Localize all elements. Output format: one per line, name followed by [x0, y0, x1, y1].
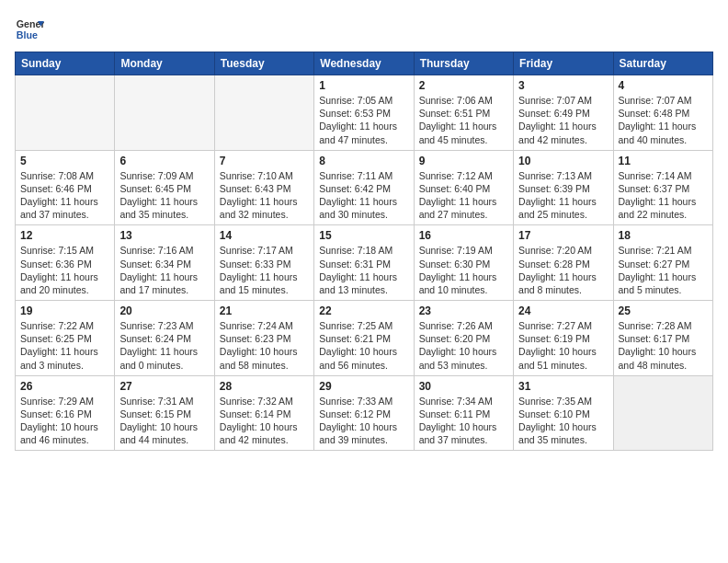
- day-number: 23: [419, 304, 508, 317]
- day-cell-28: 28Sunrise: 7:32 AM Sunset: 6:14 PM Dayli…: [214, 375, 313, 451]
- week-row-4: 19Sunrise: 7:22 AM Sunset: 6:25 PM Dayli…: [16, 301, 713, 376]
- day-info: Sunrise: 7:09 AM Sunset: 6:45 PM Dayligh…: [119, 169, 209, 222]
- day-cell-13: 13Sunrise: 7:16 AM Sunset: 6:34 PM Dayli…: [115, 225, 214, 301]
- day-number: 31: [518, 380, 608, 393]
- day-number: 24: [518, 304, 608, 317]
- day-info: Sunrise: 7:15 AM Sunset: 6:36 PM Dayligh…: [20, 244, 109, 296]
- day-number: 16: [419, 229, 508, 242]
- day-info: Sunrise: 7:18 AM Sunset: 6:31 PM Dayligh…: [319, 244, 408, 296]
- day-info: Sunrise: 7:25 AM Sunset: 6:21 PM Dayligh…: [319, 319, 408, 372]
- day-cell-2: 2Sunrise: 7:06 AM Sunset: 6:51 PM Daylig…: [414, 75, 513, 151]
- day-cell-21: 21Sunrise: 7:24 AM Sunset: 6:23 PM Dayli…: [214, 301, 313, 376]
- day-cell-8: 8Sunrise: 7:11 AM Sunset: 6:42 PM Daylig…: [314, 150, 414, 225]
- day-info: Sunrise: 7:13 AM Sunset: 6:39 PM Dayligh…: [518, 169, 608, 222]
- day-info: Sunrise: 7:17 AM Sunset: 6:33 PM Dayligh…: [220, 244, 309, 296]
- day-number: 26: [20, 380, 109, 393]
- day-info: Sunrise: 7:34 AM Sunset: 6:11 PM Dayligh…: [419, 395, 508, 447]
- day-number: 2: [419, 79, 508, 92]
- day-cell-6: 6Sunrise: 7:09 AM Sunset: 6:45 PM Daylig…: [115, 150, 214, 225]
- day-cell-26: 26Sunrise: 7:29 AM Sunset: 6:16 PM Dayli…: [16, 375, 115, 451]
- day-number: 21: [220, 304, 309, 317]
- day-cell-25: 25Sunrise: 7:28 AM Sunset: 6:17 PM Dayli…: [613, 301, 712, 376]
- day-info: Sunrise: 7:12 AM Sunset: 6:40 PM Dayligh…: [419, 169, 508, 222]
- day-number: 20: [119, 304, 209, 317]
- day-number: 18: [619, 229, 708, 242]
- day-info: Sunrise: 7:05 AM Sunset: 6:53 PM Dayligh…: [319, 94, 408, 146]
- day-cell-29: 29Sunrise: 7:33 AM Sunset: 6:12 PM Dayli…: [314, 375, 414, 451]
- day-cell-15: 15Sunrise: 7:18 AM Sunset: 6:31 PM Dayli…: [314, 225, 414, 301]
- day-number: 4: [619, 79, 708, 92]
- day-info: Sunrise: 7:19 AM Sunset: 6:30 PM Dayligh…: [419, 244, 508, 296]
- day-number: 25: [619, 304, 708, 317]
- day-cell-19: 19Sunrise: 7:22 AM Sunset: 6:25 PM Dayli…: [16, 301, 115, 376]
- day-info: Sunrise: 7:26 AM Sunset: 6:20 PM Dayligh…: [419, 319, 508, 372]
- day-cell-5: 5Sunrise: 7:08 AM Sunset: 6:46 PM Daylig…: [16, 150, 115, 225]
- day-cell-16: 16Sunrise: 7:19 AM Sunset: 6:30 PM Dayli…: [414, 225, 513, 301]
- logo-icon: General Blue: [15, 15, 44, 44]
- day-info: Sunrise: 7:22 AM Sunset: 6:25 PM Dayligh…: [20, 319, 109, 372]
- day-info: Sunrise: 7:08 AM Sunset: 6:46 PM Dayligh…: [20, 169, 109, 222]
- day-info: Sunrise: 7:27 AM Sunset: 6:19 PM Dayligh…: [518, 319, 608, 372]
- day-number: 15: [319, 229, 408, 242]
- day-cell-17: 17Sunrise: 7:20 AM Sunset: 6:28 PM Dayli…: [514, 225, 613, 301]
- day-cell-18: 18Sunrise: 7:21 AM Sunset: 6:27 PM Dayli…: [613, 225, 712, 301]
- day-info: Sunrise: 7:07 AM Sunset: 6:49 PM Dayligh…: [518, 94, 608, 146]
- weekday-header-friday: Friday: [514, 52, 613, 75]
- empty-cell: [16, 75, 115, 151]
- day-cell-22: 22Sunrise: 7:25 AM Sunset: 6:21 PM Dayli…: [314, 301, 414, 376]
- day-number: 3: [518, 79, 608, 92]
- day-cell-27: 27Sunrise: 7:31 AM Sunset: 6:15 PM Dayli…: [115, 375, 214, 451]
- day-number: 13: [119, 229, 209, 242]
- day-cell-12: 12Sunrise: 7:15 AM Sunset: 6:36 PM Dayli…: [16, 225, 115, 301]
- day-number: 11: [619, 155, 708, 167]
- weekday-header-sunday: Sunday: [16, 52, 115, 75]
- day-info: Sunrise: 7:20 AM Sunset: 6:28 PM Dayligh…: [518, 244, 608, 296]
- logo: General Blue: [15, 15, 44, 44]
- weekday-header-tuesday: Tuesday: [214, 52, 313, 75]
- day-cell-1: 1Sunrise: 7:05 AM Sunset: 6:53 PM Daylig…: [314, 75, 414, 151]
- week-row-3: 12Sunrise: 7:15 AM Sunset: 6:36 PM Dayli…: [16, 225, 713, 301]
- day-info: Sunrise: 7:10 AM Sunset: 6:43 PM Dayligh…: [220, 169, 309, 222]
- day-info: Sunrise: 7:23 AM Sunset: 6:24 PM Dayligh…: [119, 319, 209, 372]
- empty-cell: [115, 75, 214, 151]
- day-number: 8: [319, 155, 408, 167]
- empty-cell: [214, 75, 313, 151]
- day-number: 7: [220, 155, 309, 167]
- empty-cell: [613, 375, 712, 451]
- day-info: Sunrise: 7:11 AM Sunset: 6:42 PM Dayligh…: [319, 169, 408, 222]
- day-number: 22: [319, 304, 408, 317]
- day-number: 14: [220, 229, 309, 242]
- calendar-table: SundayMondayTuesdayWednesdayThursdayFrid…: [15, 52, 713, 451]
- day-cell-31: 31Sunrise: 7:35 AM Sunset: 6:10 PM Dayli…: [514, 375, 613, 451]
- day-info: Sunrise: 7:33 AM Sunset: 6:12 PM Dayligh…: [319, 395, 408, 447]
- weekday-header-monday: Monday: [115, 52, 214, 75]
- day-number: 9: [419, 155, 508, 167]
- page-header: General Blue: [15, 15, 713, 44]
- day-cell-3: 3Sunrise: 7:07 AM Sunset: 6:49 PM Daylig…: [514, 75, 613, 151]
- day-number: 19: [20, 304, 109, 317]
- week-row-5: 26Sunrise: 7:29 AM Sunset: 6:16 PM Dayli…: [16, 375, 713, 451]
- day-number: 1: [319, 79, 408, 92]
- day-number: 5: [20, 155, 109, 167]
- day-info: Sunrise: 7:06 AM Sunset: 6:51 PM Dayligh…: [419, 94, 508, 146]
- day-cell-30: 30Sunrise: 7:34 AM Sunset: 6:11 PM Dayli…: [414, 375, 513, 451]
- day-cell-20: 20Sunrise: 7:23 AM Sunset: 6:24 PM Dayli…: [115, 301, 214, 376]
- day-number: 10: [518, 155, 608, 167]
- day-info: Sunrise: 7:16 AM Sunset: 6:34 PM Dayligh…: [119, 244, 209, 296]
- week-row-1: 1Sunrise: 7:05 AM Sunset: 6:53 PM Daylig…: [16, 75, 713, 151]
- day-number: 6: [119, 155, 209, 167]
- day-info: Sunrise: 7:14 AM Sunset: 6:37 PM Dayligh…: [619, 169, 708, 222]
- day-cell-11: 11Sunrise: 7:14 AM Sunset: 6:37 PM Dayli…: [613, 150, 712, 225]
- day-info: Sunrise: 7:28 AM Sunset: 6:17 PM Dayligh…: [619, 319, 708, 372]
- day-info: Sunrise: 7:29 AM Sunset: 6:16 PM Dayligh…: [20, 395, 109, 447]
- day-info: Sunrise: 7:07 AM Sunset: 6:48 PM Dayligh…: [619, 94, 708, 146]
- day-cell-7: 7Sunrise: 7:10 AM Sunset: 6:43 PM Daylig…: [214, 150, 313, 225]
- day-cell-4: 4Sunrise: 7:07 AM Sunset: 6:48 PM Daylig…: [613, 75, 712, 151]
- day-info: Sunrise: 7:21 AM Sunset: 6:27 PM Dayligh…: [619, 244, 708, 296]
- day-number: 12: [20, 229, 109, 242]
- day-cell-10: 10Sunrise: 7:13 AM Sunset: 6:39 PM Dayli…: [514, 150, 613, 225]
- day-number: 17: [518, 229, 608, 242]
- weekday-header-wednesday: Wednesday: [314, 52, 414, 75]
- day-number: 27: [119, 380, 209, 393]
- svg-text:Blue: Blue: [17, 29, 38, 40]
